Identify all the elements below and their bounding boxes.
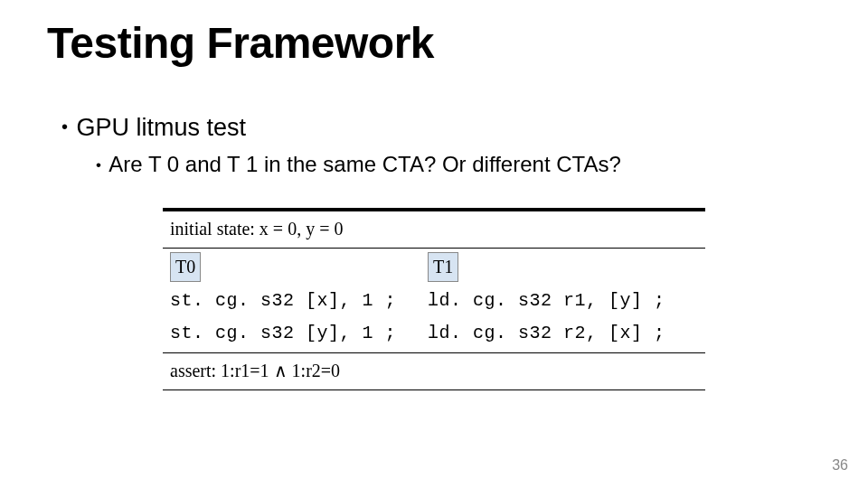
thread-header-row: T0 T1 (163, 248, 705, 287)
t1-instr-2: ld. cg. s32 r2, [x] ; (428, 320, 698, 347)
thread-0-header-cell: T0 (170, 252, 428, 282)
t0-instr-1: st. cg. s32 [x], 1 ; (170, 287, 428, 314)
bullet-level-2: • Are T 0 and T 1 in the same CTA? Or di… (96, 152, 621, 177)
t1-instr-1: ld. cg. s32 r1, [y] ; (428, 287, 698, 314)
t0-instr-2: st. cg. s32 [y], 1 ; (170, 320, 428, 347)
bullet-level-1: • GPU litmus test (61, 114, 246, 142)
assert-row: assert: 1:r1=1 ∧ 1:r2=0 (163, 352, 705, 390)
bullet-1-text: GPU litmus test (77, 114, 247, 141)
thread-1-header-cell: T1 (428, 252, 698, 282)
bullet-dot-icon: • (61, 117, 68, 136)
bullet-2-text: Are T 0 and T 1 in the same CTA? Or diff… (108, 152, 621, 176)
thread-0-label: T0 (170, 252, 201, 282)
bullet-dot-icon: • (96, 156, 101, 174)
initial-state-row: initial state: x = 0, y = 0 (163, 208, 705, 248)
thread-1-label: T1 (428, 252, 458, 282)
code-row-2: st. cg. s32 [y], 1 ; ld. cg. s32 r2, [x]… (163, 320, 705, 352)
litmus-test-table: initial state: x = 0, y = 0 T0 T1 st. cg… (163, 208, 705, 390)
slide-title: Testing Framework (47, 18, 434, 68)
slide: Testing Framework • GPU litmus test • Ar… (0, 0, 868, 488)
code-row-1: st. cg. s32 [x], 1 ; ld. cg. s32 r1, [y]… (163, 287, 705, 320)
page-number: 36 (832, 457, 848, 474)
